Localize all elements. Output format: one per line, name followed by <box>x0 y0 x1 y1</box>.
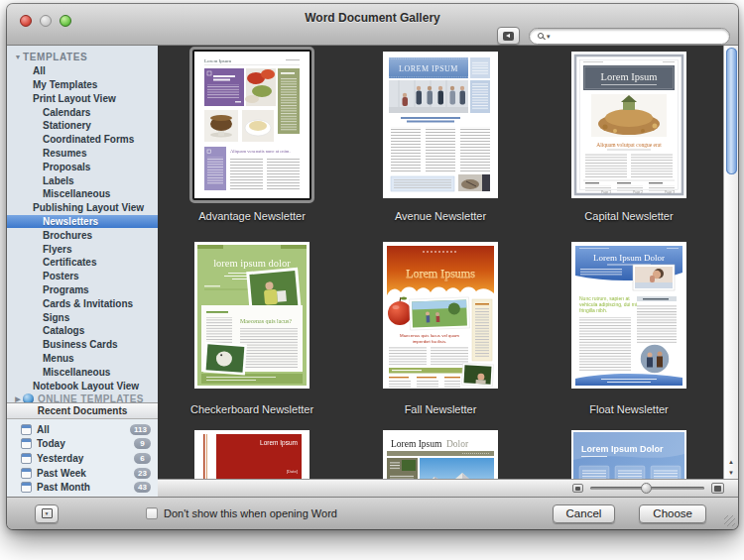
recent-item-past-week[interactable]: Past Week23 <box>7 466 158 481</box>
template-card-row3-2[interactable]: Lorem Ipsum Dolor <box>383 430 498 479</box>
sidebar-item-resumes[interactable]: Resumes <box>7 147 158 161</box>
sidebar-item-business-cards[interactable]: Business Cards <box>7 338 158 352</box>
templates-header-label: TEMPLATES <box>23 52 87 62</box>
sidebar-item-label: Miscellaneous <box>43 367 110 378</box>
sidebar-item-menus[interactable]: Menus <box>7 352 158 366</box>
sidebar-item-print-layout-view[interactable]: Print Layout View <box>7 91 158 105</box>
svg-text:Page 2: Page 2 <box>633 190 643 194</box>
sidebar-item-flyers[interactable]: Flyers <box>7 242 158 256</box>
pane-options-button[interactable]: ▼ <box>35 504 59 523</box>
template-cell: LOREM IPSUM <box>346 46 535 240</box>
resize-grip[interactable] <box>724 515 735 526</box>
search-menu-arrow-icon[interactable]: ▾ <box>547 33 551 40</box>
document-calendar-icon <box>21 453 32 464</box>
template-cell: Lorem Ipsum Dolor Nunc rutrum, sapien at <box>535 240 723 428</box>
sidebar-item-label: Flyers <box>43 244 71 255</box>
sidebar-item-programs[interactable]: Programs <box>7 283 158 297</box>
sidebar-item-label: Catalogs <box>43 325 84 336</box>
template-card-avenue-newsletter[interactable]: LOREM IPSUM <box>383 52 498 198</box>
template-name: Advantage Newsletter <box>158 210 346 222</box>
svg-text:Aliquam venenatis nunc at enim: Aliquam venenatis nunc at enim. <box>230 149 291 154</box>
template-card-float-newsletter[interactable]: Lorem Ipsum Dolor Nunc rutrum, sapien at <box>571 242 686 389</box>
sidebar-item-labels[interactable]: Labels <box>7 173 158 187</box>
template-cell: Lorem Ipsums <box>346 240 535 428</box>
sidebar-item-posters[interactable]: Posters <box>7 270 158 283</box>
template-card-capital-newsletter[interactable]: Lorem Ipsum Aliquam volutpat congue erat <box>571 52 686 198</box>
recent-documents-list: All113Today9Yesterday6Past Week23Past Mo… <box>7 419 158 497</box>
document-calendar-icon <box>21 424 32 435</box>
thumbnail-size-slider[interactable] <box>590 487 704 490</box>
template-tree: ▼ TEMPLATES AllMy TemplatesPrint Layout … <box>7 46 158 402</box>
sidebar-item-newsletters[interactable]: Newsletters <box>7 215 158 229</box>
document-calendar-icon <box>21 438 32 449</box>
recent-item-yesterday[interactable]: Yesterday6 <box>7 451 158 466</box>
window-title: Word Document Gallery <box>7 11 738 25</box>
count-badge: 43 <box>134 482 151 493</box>
dont-show-label: Don't show this when opening Word <box>164 507 337 519</box>
svg-text:Lorem Ipsum Dolor: Lorem Ipsum Dolor <box>593 253 665 263</box>
sidebar-item-miscellaneous[interactable]: Miscellaneous <box>7 187 158 201</box>
sidebar-item-all[interactable]: All <box>7 64 158 78</box>
choose-button[interactable]: Choose <box>639 504 706 523</box>
titlebar[interactable]: Word Document Gallery <box>7 4 738 26</box>
svg-text:LOREM IPSUM: LOREM IPSUM <box>399 64 458 73</box>
sidebar-item-calendars[interactable]: Calendars <box>7 105 158 119</box>
vertical-scrollbar-thumb[interactable] <box>726 48 737 174</box>
sidebar-item-signs[interactable]: Signs <box>7 310 158 324</box>
count-badge: 9 <box>134 438 151 449</box>
recent-item-past-month[interactable]: Past Month43 <box>7 480 158 495</box>
sidebar-item-catalogs[interactable]: Catalogs <box>7 324 158 338</box>
disclosure-triangle-icon[interactable]: ▼ <box>13 54 23 60</box>
template-card-advantage-newsletter[interactable]: Lorem Ipsum <box>194 52 310 198</box>
sidebar-item-stationery[interactable]: Stationery <box>7 119 158 133</box>
sidebar-item-notebook-layout-view[interactable]: Notebook Layout View <box>7 379 158 392</box>
small-thumbnails-icon[interactable] <box>572 484 583 493</box>
svg-text:Lorem Ipsum: Lorem Ipsum <box>601 71 658 82</box>
sidebar-item-label: Signs <box>43 312 69 323</box>
cancel-button[interactable]: Cancel <box>553 504 616 523</box>
sidebar-item-miscellaneous-1[interactable]: Miscellaneous <box>7 365 158 379</box>
template-card-checkerboard-newsletter[interactable]: lorem ipsum dolor <box>194 242 310 389</box>
svg-text:imperdiet facilisis.: imperdiet facilisis. <box>413 339 447 344</box>
sidebar-item-brochures[interactable]: Brochures <box>7 228 158 242</box>
sidebar-item-label: My Templates <box>33 79 97 90</box>
sidebar-item-label: All <box>33 65 46 76</box>
hide-gallery-button[interactable] <box>497 27 520 45</box>
template-name: Fall Newsletter <box>346 403 535 415</box>
template-cell: lorem ipsum dolor <box>158 240 346 428</box>
sidebar-item-my-templates[interactable]: My Templates <box>7 78 158 92</box>
gallery-main: Lorem Ipsum <box>158 46 738 497</box>
sidebar-item-label: Cards & Invitations <box>43 298 133 309</box>
recent-item-all[interactable]: All113 <box>7 422 158 437</box>
template-name: Float Newsletter <box>535 403 723 415</box>
scroll-up-arrow[interactable]: ▲ <box>724 457 738 468</box>
disclosure-triangle-icon[interactable]: ▶ <box>13 395 23 402</box>
sidebar-item-cards-invitations[interactable]: Cards & Invitations <box>7 296 158 310</box>
dont-show-checkbox[interactable] <box>146 507 158 519</box>
content-area: ▼ TEMPLATES AllMy TemplatesPrint Layout … <box>7 46 738 497</box>
word-document-gallery-window: Word Document Gallery ▾ ▼ TEMPLATES AllM… <box>7 4 738 529</box>
template-name: Avenue Newsletter <box>346 210 535 222</box>
large-thumbnails-icon[interactable] <box>711 483 724 494</box>
sidebar-item-certificates[interactable]: Certificates <box>7 256 158 270</box>
recent-item-today[interactable]: Today9 <box>7 437 158 452</box>
pane-options-icon: ▼ <box>42 508 53 518</box>
template-cell: Lorem Ipsum Dolor <box>346 428 535 479</box>
sidebar-item-publishing-layout-view[interactable]: Publishing Layout View <box>7 201 158 215</box>
sidebar-item-label: Stationery <box>43 120 91 131</box>
sidebar-section-templates[interactable]: ▼ TEMPLATES <box>7 51 158 64</box>
template-card-fall-newsletter[interactable]: Lorem Ipsums <box>383 242 498 389</box>
vertical-scrollbar[interactable]: ▲ ▼ <box>723 46 738 479</box>
sidebar-item-label: Menus <box>43 353 74 364</box>
scroll-down-arrow[interactable]: ▼ <box>724 468 738 479</box>
sidebar-item-coordinated-forms[interactable]: Coordinated Forms <box>7 133 158 147</box>
search-input[interactable] <box>554 29 721 43</box>
sidebar-item-proposals[interactable]: Proposals <box>7 160 158 173</box>
template-cell: Lorem Ipsum Aliquam volutpat congue erat <box>535 46 723 240</box>
sidebar-item-online-templates[interactable]: ▶ONLINE TEMPLATES <box>7 392 158 402</box>
search-field[interactable]: ▾ <box>529 28 730 45</box>
template-card-row3-3[interactable]: Lorem Ipsum Dolor <box>571 430 686 479</box>
thumbnail-size-slider-knob[interactable] <box>641 483 652 494</box>
sidebar-item-label: Business Cards <box>43 339 118 350</box>
template-card-row3-1[interactable]: Lorem Ipsum [Date] <box>194 430 310 479</box>
